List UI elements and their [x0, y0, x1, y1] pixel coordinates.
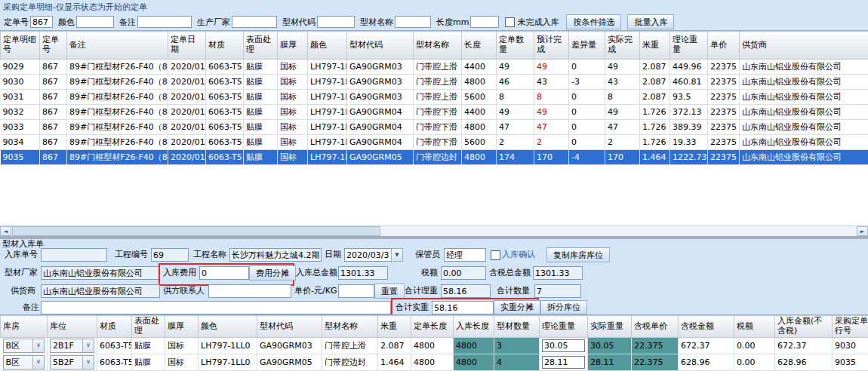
combo-select[interactable]: 5B2F∨ [50, 355, 94, 369]
column-header[interactable]: 定单日期 [168, 32, 206, 60]
table-row[interactable]: B区∨2B1F∨6063-T5贴膜国标LH797-1LL0GA90GRM03门带… [1, 338, 868, 354]
editable-cell-box[interactable]: 30.05 [542, 339, 585, 352]
dropdown-arrow-icon[interactable]: ∨ [32, 356, 44, 369]
table-row[interactable]: B区∨5B2F∨6063-T5贴膜国标LH797-1LL0GA90GRM05门带… [1, 354, 868, 371]
column-header[interactable]: 型材名称 [322, 316, 378, 338]
total-theory-weight-field[interactable] [441, 284, 491, 298]
column-header[interactable]: 采购定单行号 [833, 316, 868, 338]
column-header[interactable]: 型材名称 [414, 32, 462, 60]
column-header[interactable]: 库房 [1, 316, 48, 338]
column-header[interactable]: 定单数量 [497, 32, 534, 60]
column-header[interactable]: 米重 [378, 316, 411, 338]
cell[interactable]: 28.11 [540, 354, 588, 371]
scroll-right-icon[interactable]: ► [857, 226, 868, 236]
supplier-contact-field[interactable] [208, 284, 291, 298]
column-header[interactable]: 材质 [206, 32, 244, 60]
table-row[interactable]: 903486789#门框型材F26-F40（866*867）2020/01/13… [1, 135, 868, 150]
total-amount-field[interactable] [338, 266, 388, 280]
column-header[interactable]: 米重 [640, 32, 670, 60]
dropdown-arrow-icon[interactable]: ∨ [32, 339, 44, 352]
column-header[interactable]: 税额 [734, 316, 775, 338]
inbound-no-field[interactable] [41, 248, 107, 262]
column-header[interactable]: 备注 [67, 32, 168, 60]
column-header[interactable]: 差异量 [569, 32, 605, 60]
split-location-button[interactable]: 拆分库位 [540, 300, 587, 314]
column-header[interactable]: 表面处理 [244, 32, 278, 60]
form-remark-field[interactable] [41, 301, 391, 314]
cell[interactable]: B区∨ [1, 354, 48, 371]
filter-by-condition-button[interactable]: 按条件筛选 [566, 14, 621, 29]
inbound-confirm-checkbox[interactable] [491, 250, 500, 260]
supplier-field[interactable] [41, 284, 160, 298]
total-with-tax-field[interactable] [533, 266, 583, 280]
column-header[interactable]: 长度 [462, 32, 497, 60]
project-name-field[interactable] [229, 248, 322, 262]
date-field[interactable] [344, 248, 392, 262]
column-header[interactable]: 含税单价 [632, 316, 679, 338]
tax-field[interactable] [441, 266, 486, 280]
column-header[interactable]: 单价 [708, 32, 740, 60]
cell[interactable]: 30.05 [540, 338, 588, 354]
column-header[interactable]: 颜色 [199, 316, 257, 338]
column-header[interactable]: 表面处理 [132, 316, 165, 338]
calendar-dropdown-icon[interactable]: ▼ [391, 248, 403, 262]
column-header[interactable]: 库位 [48, 316, 97, 338]
scroll-left-icon[interactable]: ◄ [0, 226, 11, 236]
remark-input[interactable] [137, 16, 192, 28]
column-header[interactable]: 含税金额 [679, 316, 734, 338]
actual-weight-share-button[interactable]: 实重分摊 [494, 300, 540, 314]
profile-factory-field[interactable] [41, 266, 160, 280]
cell[interactable]: 2B1F∨ [48, 338, 97, 354]
cell[interactable]: 5B2F∨ [48, 354, 97, 371]
column-header[interactable]: 型材代码 [257, 316, 322, 338]
dropdown-arrow-icon[interactable]: ∨ [82, 339, 94, 352]
editable-cell-box[interactable]: 28.11 [542, 356, 585, 369]
batch-inbound-button[interactable]: 批量入库 [627, 14, 674, 29]
column-header[interactable]: 预计完成 [534, 32, 569, 60]
combo-select[interactable]: 2B1F∨ [50, 339, 94, 353]
column-header[interactable]: 实际重量 [588, 316, 632, 338]
color-input[interactable] [76, 16, 114, 28]
horizontal-scrollbar[interactable]: ◄ ► [0, 225, 868, 237]
manufacturer-input[interactable] [232, 16, 277, 28]
column-header[interactable]: 入库金额(不含税) [775, 316, 833, 338]
table-row[interactable]: 902986789#门框型材F26-F40（866*867）2020/01/13… [1, 60, 868, 75]
column-header[interactable]: 实际完成 [605, 32, 640, 60]
table-row[interactable]: 903086789#门框型材F26-F40（866*867）2020/01/13… [1, 75, 868, 90]
combo-select[interactable]: B区∨ [3, 339, 45, 353]
column-header[interactable]: 膜厚 [278, 32, 308, 60]
inbound-fee-field[interactable] [199, 266, 249, 280]
profile-code-input[interactable] [317, 16, 355, 28]
column-header[interactable]: 供货商 [740, 32, 868, 60]
profile-name-input[interactable] [395, 16, 431, 28]
column-header[interactable]: 定单长度 [411, 316, 454, 338]
column-header[interactable]: 定单明细号 [1, 32, 40, 60]
table-row[interactable]: 903186789#门框型材F26-F40（866*867）2020/01/13… [1, 90, 868, 105]
length-input[interactable] [470, 16, 499, 28]
table-row[interactable]: 903386789#门框型材F26-F40（866*867）2020/01/13… [1, 120, 868, 135]
column-header[interactable]: 型材代码 [347, 32, 414, 60]
combo-select[interactable]: B区∨ [3, 355, 45, 369]
column-header[interactable]: 理论重量 [670, 32, 708, 60]
dropdown-arrow-icon[interactable]: ∨ [82, 356, 94, 369]
table-row[interactable]: 903286789#门框型材F26-F40（866*867）2020/01/13… [1, 105, 868, 120]
column-header[interactable]: 入库长度 [454, 316, 494, 338]
reset-button[interactable]: 重置 [374, 284, 405, 299]
column-header[interactable]: 定单号 [40, 32, 67, 60]
column-header[interactable]: 膜厚 [165, 316, 199, 338]
keeper-field[interactable] [444, 248, 486, 262]
order-no-input[interactable] [30, 16, 53, 28]
column-header[interactable]: 理论重量 [540, 316, 588, 338]
unit-price-field[interactable] [338, 284, 374, 298]
column-header[interactable]: 材质 [97, 316, 132, 338]
column-header[interactable]: 型材数量 [494, 316, 540, 338]
project-no-field[interactable] [151, 248, 189, 262]
table-row[interactable]: 903586789#门框型材F26-F40（866*867）2020/01/13… [1, 150, 868, 165]
total-qty-field[interactable] [534, 284, 581, 298]
fee-share-button[interactable]: 费用分摊 [249, 265, 296, 281]
column-header[interactable]: 颜色 [308, 32, 347, 60]
unfinished-checkbox[interactable] [505, 17, 515, 27]
cell[interactable]: B区∨ [1, 338, 48, 354]
copy-location-button[interactable]: 复制库房库位 [546, 247, 610, 262]
total-actual-weight-field[interactable] [432, 301, 494, 314]
